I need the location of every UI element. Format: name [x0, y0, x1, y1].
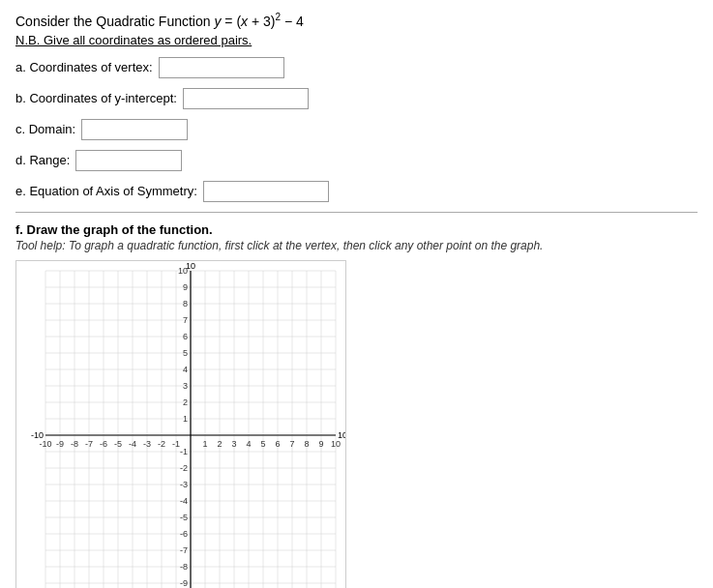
part-f-title: f. Draw the graph of the function.	[15, 222, 698, 237]
question-e: e. Equation of Axis of Symmetry:	[15, 181, 698, 202]
input-a[interactable]	[159, 57, 284, 78]
input-b[interactable]	[183, 88, 309, 109]
input-d[interactable]	[75, 150, 182, 171]
label-d: d. Range:	[15, 153, 70, 167]
equation-display: y = (x + 3)2 − 4	[214, 14, 303, 29]
problem-title: Consider the Quadratic Function y = (x +…	[15, 12, 698, 29]
label-c: c. Domain:	[15, 122, 75, 136]
question-a: a. Coordinates of vertex:	[15, 57, 698, 78]
input-e[interactable]	[203, 181, 329, 202]
nb-line: N.B. Give all coordinates as ordered pai…	[15, 33, 698, 47]
label-e: e. Equation of Axis of Symmetry:	[15, 184, 197, 198]
graph-canvas[interactable]	[15, 260, 346, 588]
graph-container[interactable]	[15, 260, 698, 588]
divider	[15, 212, 698, 213]
label-a: a. Coordinates of vertex:	[15, 60, 153, 74]
question-b: b. Coordinates of y-intercept:	[15, 88, 698, 109]
input-c[interactable]	[81, 119, 188, 140]
question-d: d. Range:	[15, 150, 698, 171]
part-f-hint: Tool help: To graph a quadratic function…	[15, 239, 698, 252]
label-b: b. Coordinates of y-intercept:	[15, 91, 177, 105]
question-c: c. Domain:	[15, 119, 698, 140]
